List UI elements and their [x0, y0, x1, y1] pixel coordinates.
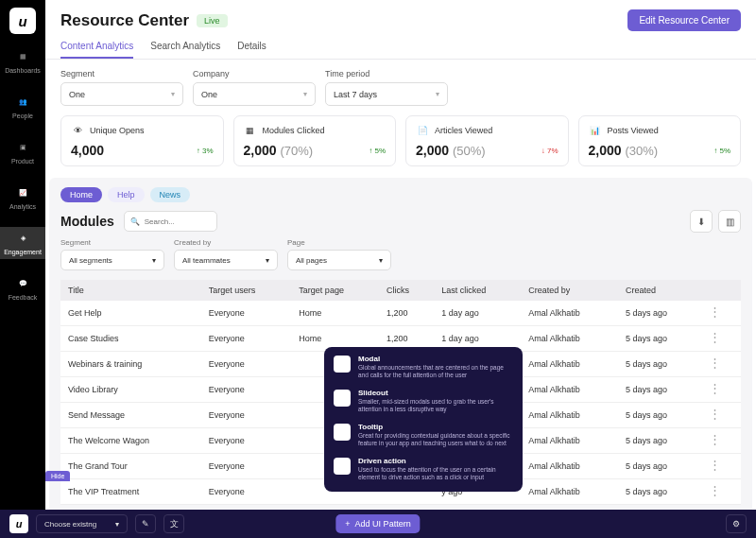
stat-card: 📄Articles Viewed 2,000 (50%) ↓ 7% [405, 115, 569, 166]
chevron-down-icon: ▾ [152, 256, 156, 265]
cell-created: 5 days ago [618, 479, 701, 505]
language-button[interactable]: 文 [163, 514, 184, 533]
edit-pencil-button[interactable]: ✎ [135, 514, 156, 533]
columns-button[interactable]: ▥ [718, 210, 741, 233]
pattern-icon [334, 424, 351, 441]
filter-company-label: Company [193, 69, 316, 78]
stat-value: 2,000 (70%) [244, 143, 314, 158]
cell-by: Amal Alkhatib [521, 454, 618, 479]
stat-card: 📊Posts Viewed 2,000 (30%) ↑ 5% [578, 115, 742, 166]
pattern-title: Slideout [358, 389, 513, 397]
column-header[interactable]: Created [618, 280, 701, 301]
filter-company-select[interactable]: One▾ [193, 82, 316, 106]
cell-by: Amal Alkhatib [521, 352, 618, 377]
cell-created: 5 days ago [618, 326, 701, 352]
popover-item[interactable]: Modal Global announcements that are cent… [334, 355, 513, 380]
nav-dashboards[interactable]: ▦ Dashboards [0, 45, 45, 78]
chevron-down-icon: ▾ [379, 256, 383, 265]
row-menu-button[interactable]: ⋮ [709, 432, 721, 446]
tab-search-analytics[interactable]: Search Analytics [150, 41, 220, 59]
nav-feedback[interactable]: 💬 Feedback [0, 272, 45, 304]
cell-title: Webinars & training [60, 352, 201, 377]
row-menu-button[interactable]: ⋮ [709, 356, 721, 370]
filter-segment-select[interactable]: One▾ [60, 82, 183, 106]
choose-existing-select[interactable]: Choose existng▾ [36, 514, 128, 533]
pill-news[interactable]: News [150, 187, 191, 202]
table-row[interactable]: Get Help Everyone Home 1,200 1 day ago A… [60, 301, 741, 326]
filter-period-label: Time period [325, 69, 448, 78]
popover-item[interactable]: Tooltip Great for providing contextual g… [334, 423, 513, 448]
pill-tabs: Home Help News [60, 187, 190, 202]
logo[interactable]: u [9, 8, 36, 34]
column-header[interactable]: Clicks [379, 280, 434, 301]
cell-users: Everyone [201, 301, 292, 326]
row-menu-button[interactable]: ⋮ [709, 407, 721, 421]
nav-analytics[interactable]: 📈 Analytics [0, 182, 45, 214]
cell-users: Everyone [201, 428, 292, 454]
cell-users: Everyone [201, 454, 292, 479]
hide-button[interactable]: Hide [45, 471, 70, 481]
popover-item[interactable]: Driven action Used to focus the attentio… [334, 457, 513, 482]
column-header[interactable]: Target page [291, 280, 379, 301]
engagement-icon: ◈ [15, 231, 30, 246]
feedback-icon: 💬 [15, 276, 30, 291]
column-header[interactable]: Created by [521, 280, 618, 301]
tab-details[interactable]: Details [237, 41, 266, 59]
cell-by: Amal Alkhatib [521, 403, 618, 428]
stat-icon: 📊 [589, 124, 602, 137]
cell-created: 5 days ago [618, 377, 701, 403]
pattern-desc: Great for providing contextual guidance … [358, 432, 513, 448]
pattern-title: Tooltip [358, 423, 513, 431]
tab-content-analytics[interactable]: Content Analytics [60, 41, 133, 59]
cell-by: Amal Alkhatib [521, 479, 618, 505]
cell-created: 5 days ago [618, 403, 701, 428]
stat-icon: 📄 [416, 124, 429, 137]
pattern-icon [334, 390, 351, 407]
chevron-down-icon: ▾ [303, 90, 307, 98]
popover-item[interactable]: Slideout Smaller, mid-sized modals used … [334, 389, 513, 414]
sub-page-select[interactable]: All pages▾ [287, 250, 391, 270]
row-menu-button[interactable]: ⋮ [709, 330, 721, 344]
nav-product[interactable]: ▣ Product [0, 136, 45, 168]
cell-title: The Welcome Wagon [60, 428, 201, 454]
edit-resource-button[interactable]: Edit Resource Center [627, 9, 741, 31]
cell-created: 5 days ago [618, 428, 701, 454]
download-button[interactable]: ⬇ [690, 210, 713, 233]
column-header[interactable] [701, 280, 741, 301]
stat-card: ▦Modules Clicked 2,000 (70%) ↑ 5% [233, 115, 397, 166]
filter-period-select[interactable]: Last 7 days▾ [325, 82, 448, 106]
row-menu-button[interactable]: ⋮ [709, 304, 721, 319]
pill-home[interactable]: Home [60, 187, 102, 202]
cell-users: Everyone [201, 377, 292, 403]
columns-icon: ▥ [726, 217, 734, 227]
chevron-down-icon: ▾ [115, 520, 119, 529]
sub-segment-select[interactable]: All segments▾ [60, 250, 164, 270]
search-input[interactable] [145, 217, 211, 226]
row-menu-button[interactable]: ⋮ [709, 483, 721, 497]
bottom-logo[interactable]: u [9, 514, 28, 533]
column-header[interactable]: Title [60, 280, 201, 301]
sub-createdby-select[interactable]: All teammates▾ [174, 250, 278, 270]
add-ui-pattern-button[interactable]: +Add UI Pattern [335, 514, 420, 533]
stats-row: 👁Unique Opens 4,000 ↑ 3% ▦Modules Clicke… [45, 115, 756, 178]
search-box[interactable]: 🔍 [124, 211, 217, 232]
column-header[interactable]: Last clicked [434, 280, 521, 301]
pill-help[interactable]: Help [108, 187, 145, 202]
nav-engagement[interactable]: ◈ Engagement [0, 227, 45, 259]
cell-title: Get Help [60, 301, 201, 326]
nav-people[interactable]: 👥 People [0, 91, 45, 123]
bottom-bar: u Choose existng▾ ✎ 文 +Add UI Pattern ⚙ [0, 510, 756, 538]
column-header[interactable]: Target users [201, 280, 292, 301]
row-menu-button[interactable]: ⋮ [709, 381, 721, 395]
download-icon: ⬇ [697, 217, 705, 227]
cell-by: Amal Alkhatib [521, 377, 618, 403]
cell-created: 5 days ago [618, 352, 701, 377]
pattern-icon [334, 458, 351, 475]
cell-users: Everyone [201, 403, 292, 428]
cell-by: Amal Alkhatib [521, 326, 618, 352]
row-menu-button[interactable]: ⋮ [709, 458, 721, 472]
sub-segment-label: Segment [60, 238, 164, 247]
pencil-icon: ✎ [142, 519, 149, 529]
settings-button[interactable]: ⚙ [726, 514, 747, 533]
stat-label: Posts Viewed [608, 126, 659, 135]
